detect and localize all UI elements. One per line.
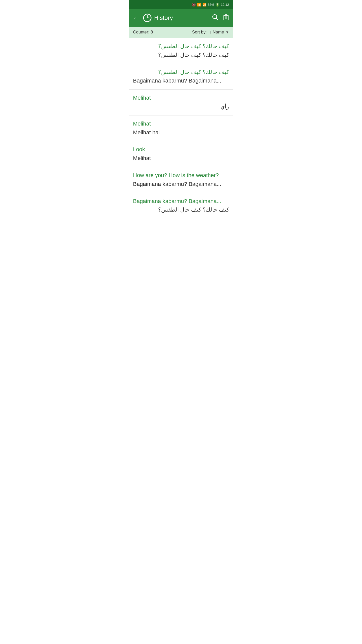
history-item-primary-5: Look <box>133 146 229 153</box>
status-icons: 🔇 📶 📶 83% 🔋 12:12 <box>192 3 229 7</box>
history-item-primary-1: كيف حالك؟ كيف حال الطقس؟ <box>133 43 229 50</box>
history-item-secondary-5: Melihat <box>133 154 229 162</box>
history-item-secondary-1: كيف حالك؟ كيف حال الطقس؟ <box>133 51 229 59</box>
counter-label: Counter: 8 <box>133 30 190 35</box>
history-item-primary-7: Bagaimana kabarmu? Bagaimana... <box>133 197 229 205</box>
list-item[interactable]: How are you? How is the weather?Bagaiman… <box>129 167 233 193</box>
wifi-icon: 📶 <box>197 3 201 7</box>
history-item-secondary-3: رأي <box>133 103 229 111</box>
status-bar: 🔇 📶 📶 83% 🔋 12:12 <box>129 0 233 9</box>
delete-button[interactable] <box>223 14 229 22</box>
history-item-primary-2: كيف حالك؟ كيف حال الطقس؟ <box>133 68 229 76</box>
sort-label: Sort by: <box>192 30 207 35</box>
history-item-primary-6: How are you? How is the weather? <box>133 172 229 179</box>
list-item[interactable]: MelihatMelihat hal <box>129 115 233 141</box>
history-item-secondary-7: كيف حالك؟ كيف حال الطقس؟ <box>133 206 229 214</box>
svg-line-4 <box>216 18 218 20</box>
sort-chevron-icon: ▼ <box>225 30 229 34</box>
back-button[interactable]: ← <box>133 15 140 21</box>
mute-icon: 🔇 <box>192 3 196 7</box>
history-item-secondary-6: Bagaimana kabarmu? Bagaimana... <box>133 180 229 188</box>
app-bar-actions <box>212 14 229 22</box>
list-item[interactable]: كيف حالك؟ كيف حال الطقس؟كيف حالك؟ كيف حا… <box>129 38 233 64</box>
sort-dropdown[interactable]: ↓ Name ▼ <box>209 30 229 35</box>
app-bar: ← History <box>129 9 233 27</box>
history-item-secondary-4: Melihat hal <box>133 129 229 137</box>
signal-icon: 📶 <box>202 3 206 7</box>
list-item[interactable]: كيف حالك؟ كيف حال الطقس؟Bagaimana kabarm… <box>129 64 233 90</box>
list-item[interactable]: LookMelihat <box>129 141 233 167</box>
history-item-primary-3: Melihat <box>133 94 229 102</box>
history-list: كيف حالك؟ كيف حال الطقس؟كيف حالك؟ كيف حا… <box>129 38 233 218</box>
time-display: 12:12 <box>221 3 229 7</box>
app-bar-title-text: History <box>154 14 173 21</box>
history-item-primary-4: Melihat <box>133 120 229 128</box>
sort-value: ↓ Name <box>209 30 224 35</box>
battery-text: 83% <box>208 3 214 7</box>
battery-icon: 🔋 <box>215 3 219 7</box>
history-item-secondary-2: Bagaimana kabarmu? Bagaimana... <box>133 77 229 85</box>
filter-bar: Counter: 8 Sort by: ↓ Name ▼ <box>129 27 233 38</box>
svg-rect-5 <box>224 15 228 20</box>
search-button[interactable] <box>212 14 218 22</box>
list-item[interactable]: Melihatرأي <box>129 90 233 115</box>
list-item[interactable]: Bagaimana kabarmu? Bagaimana...كيف حالك؟… <box>129 193 233 219</box>
history-clock-icon <box>143 14 152 22</box>
app-bar-title-group: History <box>143 14 208 22</box>
